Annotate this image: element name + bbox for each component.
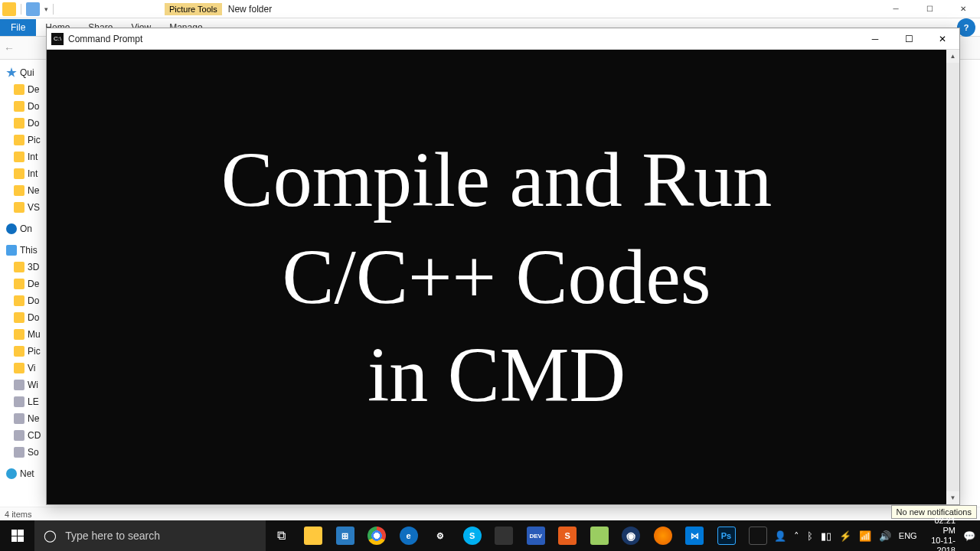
sidebar-item[interactable]: Vi [0,360,46,377]
sidebar-item[interactable]: Int [0,148,46,165]
sidebar-item[interactable]: Do [0,98,46,115]
separator [53,4,54,15]
scroll-up-icon[interactable]: ▲ [946,50,959,63]
sidebar-item[interactable]: LE [0,393,46,410]
taskbar-app-settings[interactable]: ⚙ [424,520,456,551]
maximize-button[interactable]: ☐ [913,0,946,18]
power-icon[interactable]: ⚡ [839,530,851,542]
sidebar-item[interactable]: Ne [0,182,46,199]
overlay-text-line1: Compile and Run [221,135,773,224]
back-button[interactable]: ← [0,42,18,54]
taskbar-app-firefox[interactable] [647,520,678,551]
sidebar-item[interactable]: Int [0,165,46,182]
cmd-titlebar[interactable]: C:\ Command Prompt ─ ☐ ✕ [47,28,959,50]
start-button[interactable] [0,520,34,551]
sidebar-item[interactable]: Mu [0,326,46,343]
cmd-content-area[interactable]: Compile and Run C/C++ Codes in CMD [47,50,946,504]
sidebar-item[interactable]: Do [0,115,46,132]
cmd-icon: C:\ [51,33,64,45]
file-tab[interactable]: File [0,19,36,36]
language-indicator[interactable]: ENG [899,531,917,540]
sidebar-item[interactable]: 3D [0,259,46,276]
picture-tools-tab[interactable]: Picture Tools [165,3,222,15]
task-view-button[interactable]: ⧉ [266,520,297,551]
cmd-title-text: Command Prompt [68,34,142,44]
sidebar-item[interactable]: So [0,444,46,461]
taskbar-app-store[interactable]: ⊞ [329,520,361,551]
this-pc[interactable]: This [0,242,46,259]
quick-access-toolbar: ▾ Picture Tools New folder ─ ☐ ✕ [0,0,980,18]
taskbar-app-cmd[interactable] [742,520,773,551]
command-prompt-window: C:\ Command Prompt ─ ☐ ✕ Compile and Run… [46,28,960,505]
sidebar-item[interactable]: De [0,81,46,98]
item-count: 4 items [5,510,31,519]
network[interactable]: Net [0,465,46,482]
maximize-button[interactable]: ☐ [892,28,926,50]
taskbar-app-vscode[interactable]: ⋈ [678,520,710,551]
scroll-track[interactable] [946,63,959,491]
volume-icon[interactable]: 🔊 [879,530,891,542]
battery-icon[interactable]: ▮▯ [821,530,831,542]
cortana-icon: ◯ [34,529,65,543]
minimize-button[interactable]: ─ [858,28,892,50]
quick-access[interactable]: Qui [0,64,46,81]
taskbar-app[interactable] [488,520,519,551]
scroll-down-icon[interactable]: ▼ [946,491,959,504]
onedrive[interactable]: On [0,220,46,237]
taskbar-app-edge[interactable]: e [393,520,424,551]
minimize-button[interactable]: ─ [879,0,913,18]
qat-item[interactable] [26,2,40,16]
action-center-icon[interactable]: 💬 [963,530,975,542]
sidebar-item[interactable]: De [0,276,46,292]
sidebar-item[interactable]: Do [0,309,46,326]
windows-logo-icon [11,530,24,542]
sidebar-item[interactable]: CD [0,427,46,444]
window-title: New folder [222,2,278,16]
wifi-icon[interactable]: 📶 [859,530,871,542]
sidebar-item[interactable]: Do [0,292,46,309]
taskbar: ◯ Type here to search ⧉ ⊞ e ⚙ S DEV S ◉ … [0,520,980,551]
taskbar-app-skype[interactable]: S [456,520,488,551]
taskbar-app-photoshop[interactable]: Ps [710,520,742,551]
taskbar-app-explorer[interactable] [297,520,328,551]
tray-chevron-icon[interactable]: ˄ [794,530,799,542]
search-box[interactable]: ◯ Type here to search [34,520,266,551]
qat-dropdown-icon[interactable]: ▾ [44,5,48,13]
date-text: 10-11-2018 [925,536,956,551]
navigation-pane[interactable]: Qui De Do Do Pic Int Int Ne VS On This 3… [0,60,46,507]
search-placeholder: Type here to search [65,530,160,542]
bluetooth-icon[interactable]: ᛒ [807,530,813,542]
people-icon[interactable]: 👤 [774,530,786,542]
time-text: 02:21 PM [925,516,956,536]
sidebar-item[interactable]: Ne [0,410,46,427]
separator [21,4,21,15]
close-button[interactable]: ✕ [946,0,980,18]
taskbar-app-notepad[interactable] [583,520,615,551]
clock[interactable]: 02:21 PM 10-11-2018 [925,516,956,551]
sidebar-item[interactable]: Pic [0,132,46,148]
overlay-text-line2: C/C++ Codes [283,232,711,321]
taskbar-app-sublime[interactable]: S [551,520,583,551]
system-tray: 👤 ˄ ᛒ ▮▯ ⚡ 📶 🔊 ENG 02:21 PM 10-11-2018 💬 [774,520,980,551]
sidebar-item[interactable]: Wi [0,377,46,393]
scrollbar[interactable]: ▲ ▼ [946,50,959,504]
taskbar-app-devcpp[interactable]: DEV [520,520,551,551]
sidebar-item[interactable]: VS [0,199,46,216]
sidebar-item[interactable]: Pic [0,343,46,360]
taskbar-app-bandicam[interactable]: ◉ [615,520,646,551]
overlay-text-line3: in CMD [368,330,626,419]
close-button[interactable]: ✕ [926,28,959,50]
status-bar: 4 items [0,507,980,520]
folder-icon [2,2,16,16]
taskbar-app-chrome[interactable] [361,520,392,551]
